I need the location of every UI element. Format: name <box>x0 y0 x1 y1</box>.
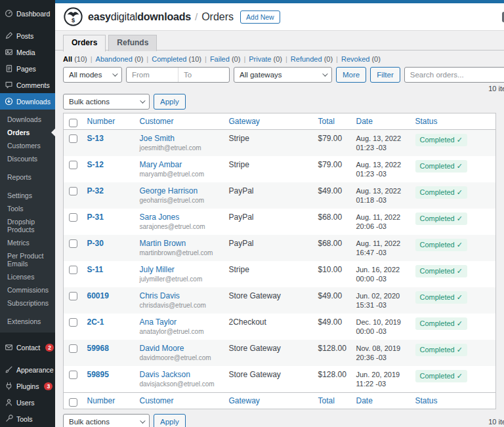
status-filter-link[interactable]: All <box>63 55 72 63</box>
tab-refunds[interactable]: Refunds <box>108 35 157 51</box>
filter-button[interactable]: Filter <box>370 67 400 83</box>
status-filter-link[interactable]: Private <box>249 55 271 63</box>
column-header-number[interactable]: Number <box>82 113 135 130</box>
row-checkbox[interactable] <box>69 318 77 327</box>
sidebar-submenu: DownloadsOrdersCustomersDiscountsReports… <box>0 110 55 333</box>
select-all-checkbox[interactable] <box>69 398 77 407</box>
sidebar-subitem-subscriptions[interactable]: Subscriptions <box>0 296 55 310</box>
customer-link[interactable]: David Moore <box>140 344 184 353</box>
row-checkbox[interactable] <box>69 292 77 300</box>
order-number-link[interactable]: S-12 <box>87 160 104 169</box>
row-checkbox[interactable] <box>69 344 77 353</box>
order-number-link[interactable]: P-30 <box>87 239 104 248</box>
column-header-status[interactable]: Status <box>410 113 496 130</box>
customer-link[interactable]: Davis Jackson <box>140 370 190 379</box>
column-header-number[interactable]: Number <box>82 393 135 409</box>
mode-select[interactable]: All modes <box>63 67 122 83</box>
sidebar-subitem-licenses[interactable]: Licenses <box>0 270 55 283</box>
sidebar-item-downloads[interactable]: Downloads <box>0 93 55 110</box>
order-number-link[interactable]: S-11 <box>87 265 104 274</box>
column-header-gateway[interactable]: Gateway <box>224 393 313 409</box>
chevron-down-icon <box>322 71 327 76</box>
customer-link[interactable]: Martin Brown <box>140 239 186 248</box>
sidebar-subitem-discounts[interactable]: Discounts <box>0 152 55 165</box>
column-header-date[interactable]: Date <box>351 393 410 409</box>
sidebar-item-contact[interactable]: Contact2 <box>0 339 55 356</box>
bulk-actions-select-bottom[interactable]: Bulk actions <box>63 414 150 427</box>
more-button[interactable]: More <box>336 67 366 83</box>
status-filter-link[interactable]: Failed <box>210 55 230 63</box>
tab-orders[interactable]: Orders <box>63 35 106 52</box>
column-header-total[interactable]: Total <box>313 113 351 130</box>
date-cell: Dec. 10, 201900:00 -03 <box>351 314 410 340</box>
customer-link[interactable]: Sara Jones <box>140 213 180 222</box>
time-value: 01:18 -03 <box>356 195 405 205</box>
gateway-select[interactable]: All gateways <box>234 67 332 83</box>
sidebar-subitem-downloads[interactable]: Downloads <box>0 113 55 126</box>
status-filter-link[interactable]: Refunded <box>291 55 322 63</box>
row-checkbox[interactable] <box>69 161 77 169</box>
search-orders-input[interactable] <box>404 67 504 83</box>
status-filter-link[interactable]: Abandoned <box>96 55 133 63</box>
customer-link[interactable]: Chris Davis <box>140 291 180 300</box>
order-number-link[interactable]: 59895 <box>87 370 109 379</box>
sidebar-subitem-extensions[interactable]: Extensions <box>0 315 55 328</box>
row-checkbox[interactable] <box>69 187 77 195</box>
date-from-input[interactable] <box>127 68 178 82</box>
customer-link[interactable]: Mary Ambar <box>140 160 182 169</box>
status-badge: Completed✓ <box>415 160 467 173</box>
column-header-status[interactable]: Status <box>410 393 496 409</box>
sidebar-item-tools[interactable]: Tools <box>0 411 55 427</box>
brand-digital: digital <box>111 11 137 22</box>
column-header-total[interactable]: Total <box>313 393 351 409</box>
column-header-gateway[interactable]: Gateway <box>224 113 313 130</box>
sidebar-subitem-reports[interactable]: Reports <box>0 171 55 184</box>
column-header-customer[interactable]: Customer <box>135 393 224 409</box>
sidebar-item-appearance[interactable]: Appearance <box>0 361 55 378</box>
status-filter-link[interactable]: Revoked <box>341 55 369 63</box>
sidebar-item-media[interactable]: Media <box>0 44 55 60</box>
bulk-actions-select[interactable]: Bulk actions <box>63 94 150 110</box>
row-checkbox[interactable] <box>69 266 77 274</box>
sidebar-item-dashboard[interactable]: Dashboard <box>0 5 55 22</box>
customer-link[interactable]: George Harrison <box>140 186 198 195</box>
sidebar-subitem-orders[interactable]: Orders <box>0 126 55 139</box>
status-filter-abandoned: Abandoned (0) <box>96 55 152 63</box>
status-filter-link[interactable]: Completed <box>152 55 186 63</box>
sidebar-subitem-commissions[interactable]: Commissions <box>0 283 55 296</box>
select-all-checkbox[interactable] <box>69 119 77 127</box>
sidebar-subitem-metrics[interactable]: Metrics <box>0 236 55 249</box>
sidebar-subitem-tools[interactable]: Tools <box>0 202 55 215</box>
svg-text:$: $ <box>72 17 75 24</box>
column-header-date[interactable]: Date <box>351 113 410 130</box>
date-to-input[interactable] <box>178 68 229 82</box>
order-number-link[interactable]: 60019 <box>87 291 109 300</box>
order-number-link[interactable]: 2C-1 <box>87 317 104 327</box>
order-number-link[interactable]: S-13 <box>87 134 104 143</box>
sidebar-item-plugins[interactable]: Plugins3 <box>0 378 55 394</box>
sidebar-subitem-settings[interactable]: Settings <box>0 189 55 202</box>
order-number-link[interactable]: P-31 <box>87 213 104 222</box>
sidebar-subitem-per-product-emails[interactable]: Per Product Emails <box>0 249 55 270</box>
gateway-cell: Store Gateway <box>224 366 313 393</box>
order-number-link[interactable]: P-32 <box>87 186 104 195</box>
order-number-link[interactable]: 59968 <box>87 344 109 353</box>
row-checkbox[interactable] <box>69 213 77 222</box>
sidebar-item-posts[interactable]: Posts <box>0 28 55 44</box>
sidebar-item-users[interactable]: Users <box>0 394 55 411</box>
apply-button-bottom[interactable]: Apply <box>154 414 186 427</box>
apply-button[interactable]: Apply <box>154 94 186 110</box>
row-checkbox[interactable] <box>69 134 77 143</box>
column-header-customer[interactable]: Customer <box>135 113 224 130</box>
customer-link[interactable]: Ana Taylor <box>140 317 177 327</box>
customer-link[interactable]: Joe Smith <box>140 134 175 143</box>
row-checkbox[interactable] <box>69 239 77 248</box>
bulk-actions-value: Bulk actions <box>69 98 135 106</box>
row-checkbox[interactable] <box>69 371 77 379</box>
sidebar-subitem-customers[interactable]: Customers <box>0 139 55 152</box>
sidebar-item-pages[interactable]: Pages <box>0 60 55 77</box>
sidebar-subitem-dropship-products[interactable]: Dropship Products <box>0 215 55 236</box>
add-new-button[interactable]: Add New <box>240 10 280 24</box>
sidebar-item-comments[interactable]: Comments <box>0 77 55 93</box>
customer-link[interactable]: July Miller <box>140 265 175 274</box>
